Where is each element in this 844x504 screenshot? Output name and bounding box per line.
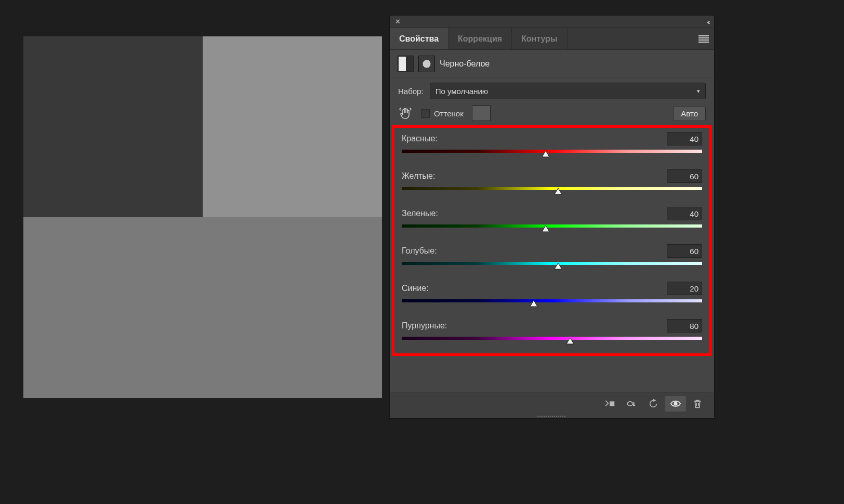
trash-icon[interactable]	[687, 396, 708, 412]
slider-greens: Зеленые: 40	[402, 207, 702, 234]
slider-thumb[interactable]	[553, 262, 563, 270]
preset-value: По умолчанию	[436, 87, 488, 96]
visibility-icon[interactable]	[665, 396, 686, 412]
view-previous-icon[interactable]	[622, 396, 642, 412]
tint-checkbox[interactable]	[421, 109, 430, 118]
slider-track[interactable]	[402, 299, 702, 302]
preview-tile	[203, 217, 382, 398]
slider-cyans: Голубые: 60	[402, 244, 702, 271]
options-row: Оттенок Авто	[390, 99, 714, 125]
slider-value-input[interactable]: 60	[667, 169, 702, 183]
reset-icon[interactable]	[643, 396, 664, 412]
preset-select[interactable]: По умолчанию ▾	[430, 83, 706, 99]
slider-thumb[interactable]	[529, 299, 538, 308]
slider-reds: Красные: 40	[402, 132, 702, 159]
layer-mask-icon	[419, 56, 434, 72]
slider-thumb[interactable]	[541, 150, 550, 158]
preview-tile	[23, 36, 203, 217]
auto-button[interactable]: Авто	[673, 106, 706, 121]
preview-tile	[23, 217, 203, 398]
slider-thumb[interactable]	[553, 187, 563, 195]
tab-contours[interactable]: Контуры	[512, 28, 568, 49]
slider-yellows: Желтые: 60	[402, 169, 702, 196]
slider-thumb[interactable]	[565, 337, 575, 345]
tint-option: Оттенок	[421, 109, 464, 118]
svg-point-1	[674, 402, 677, 405]
slider-label: Пурпурные:	[402, 321, 447, 330]
slider-thumb[interactable]	[541, 224, 550, 233]
slider-value-input[interactable]: 20	[667, 282, 702, 295]
slider-blues: Синие: 20	[402, 282, 702, 309]
chevron-down-icon: ▾	[697, 88, 700, 95]
adjustment-title: Черно-белое	[440, 59, 490, 69]
panel-spacer	[390, 356, 714, 392]
panel-footer	[390, 392, 714, 414]
slider-track[interactable]	[402, 150, 702, 153]
slider-track[interactable]	[402, 262, 702, 265]
preset-row: Набор: По умолчанию ▾	[390, 77, 714, 99]
preview-tile	[203, 36, 382, 217]
bw-adjustment-icon	[398, 56, 414, 72]
tint-label: Оттенок	[434, 109, 464, 118]
targeted-adjust-icon[interactable]	[398, 106, 413, 121]
slider-value-input[interactable]: 80	[667, 319, 702, 333]
slider-track[interactable]	[402, 337, 702, 340]
slider-track[interactable]	[402, 187, 702, 190]
clip-to-layer-icon[interactable]	[600, 396, 621, 412]
panel-menu-icon[interactable]	[698, 35, 709, 43]
slider-label: Зеленые:	[402, 209, 438, 218]
slider-track[interactable]	[402, 224, 702, 228]
adjustment-title-row: Черно-белое	[390, 50, 714, 77]
close-icon[interactable]: ✕	[393, 18, 403, 25]
panel-topbar: ✕ ‹‹	[390, 16, 714, 28]
slider-value-input[interactable]: 40	[667, 207, 702, 220]
panel-resize-grip[interactable]	[390, 414, 714, 418]
slider-label: Голубые:	[402, 246, 437, 256]
slider-label: Синие:	[402, 284, 429, 293]
tab-correction[interactable]: Коррекция	[449, 28, 512, 49]
preset-label: Набор:	[398, 87, 424, 96]
tabs-row: Свойства Коррекция Контуры	[390, 28, 714, 50]
slider-label: Желтые:	[402, 171, 435, 181]
slider-magentas: Пурпурные: 80	[402, 319, 702, 346]
canvas-preview	[23, 36, 382, 398]
tab-properties[interactable]: Свойства	[390, 28, 449, 49]
slider-label: Красные:	[402, 134, 438, 143]
svg-rect-0	[610, 401, 614, 406]
slider-value-input[interactable]: 40	[667, 132, 702, 145]
slider-value-input[interactable]: 60	[667, 244, 702, 258]
tint-color-swatch[interactable]	[472, 105, 491, 121]
sliders-highlight-box: Красные: 40 Желтые: 60	[392, 125, 712, 356]
collapse-icon[interactable]: ‹‹	[705, 17, 711, 26]
properties-panel: ✕ ‹‹ Свойства Коррекция Контуры Черно-бе…	[390, 16, 714, 418]
